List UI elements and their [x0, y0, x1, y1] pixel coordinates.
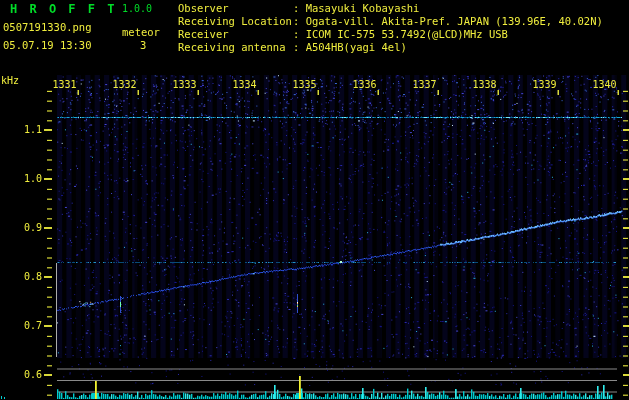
freq-tick-label: 0.9	[14, 222, 42, 233]
time-tick-label: 1334	[231, 79, 257, 90]
time-tick-label: 1332	[111, 79, 137, 90]
meteor-count: 3	[140, 39, 146, 51]
time-tick-label: 1335	[291, 79, 317, 90]
freq-tick-label: 0.8	[14, 271, 42, 282]
freq-tick-label: 1.1	[14, 124, 42, 135]
freq-tick-label: 0.6	[14, 369, 42, 380]
info-label: Receiving Location	[178, 15, 293, 28]
time-tick-label: 1340	[591, 79, 617, 90]
info-value: A504HB(yagi 4el)	[306, 41, 407, 53]
time-tick-label: 1336	[351, 79, 377, 90]
info-label: Receiver	[178, 28, 293, 41]
time-tick-label: 1337	[411, 79, 437, 90]
time-tick-label: 1339	[531, 79, 557, 90]
output-filename: 0507191330.png	[3, 21, 92, 33]
app-title: H R O F F T	[10, 2, 117, 16]
time-tick-label: 1333	[171, 79, 197, 90]
y-axis-unit-label: kHz	[1, 75, 19, 86]
freq-tick-label: 0.7	[14, 320, 42, 331]
station-info: Observer: Masayuki Kobayashi Receiving L…	[178, 2, 603, 54]
info-label: Receiving antenna	[178, 41, 293, 54]
info-value: ICOM IC-575 53.7492(@LCD)MHz USB	[306, 28, 508, 40]
freq-tick-label: 1.0	[14, 173, 42, 184]
time-tick-label: 1331	[51, 79, 77, 90]
time-tick-label: 1338	[471, 79, 497, 90]
hrofft-spectrogram-screen: H R O F F T 1.0.0 0507191330.png meteor …	[0, 0, 629, 400]
info-row-receiver: Receiver: ICOM IC-575 53.7492(@LCD)MHz U…	[178, 28, 603, 41]
info-row-observer: Observer: Masayuki Kobayashi	[178, 2, 603, 15]
info-row-antenna: Receiving antenna: A504HB(yagi 4el)	[178, 41, 603, 54]
info-value: Masayuki Kobayashi	[306, 2, 420, 14]
info-label: Observer	[178, 2, 293, 15]
app-version: 1.0.0	[122, 3, 152, 14]
spectrogram-canvas	[0, 0, 629, 400]
mode-label: meteor	[122, 26, 160, 38]
info-value: Ogata-vill. Akita-Pref. JAPAN (139.96E, …	[306, 15, 603, 27]
info-row-location: Receiving Location: Ogata-vill. Akita-Pr…	[178, 15, 603, 28]
timestamp: 05.07.19 13:30	[3, 39, 92, 51]
